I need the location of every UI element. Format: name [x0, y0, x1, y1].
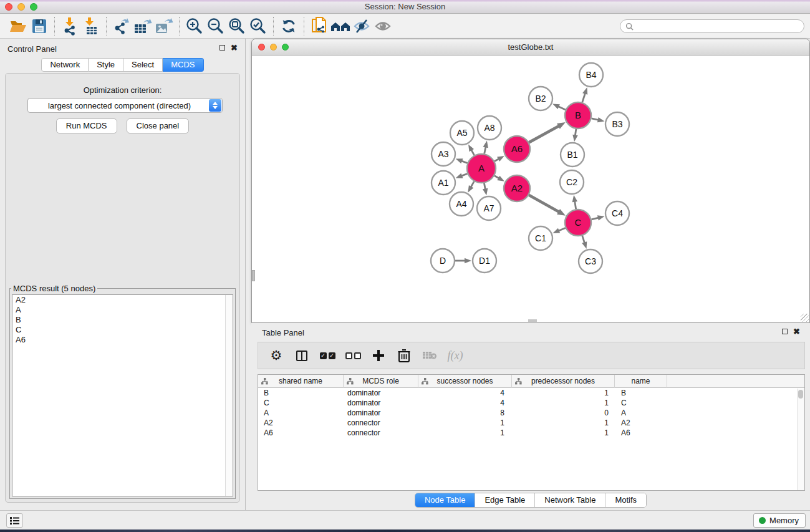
search-input[interactable] — [637, 22, 799, 31]
graph-node-C2[interactable]: C2 — [560, 170, 584, 194]
show-graphics-button[interactable] — [372, 16, 393, 36]
graph-node-A3[interactable]: A3 — [432, 142, 455, 166]
tab-motifs[interactable]: Motifs — [605, 493, 646, 507]
import-table-button[interactable] — [80, 16, 102, 36]
export-table-button[interactable] — [132, 16, 153, 36]
deselect-all-button[interactable] — [345, 347, 361, 364]
export-network-button[interactable] — [111, 16, 132, 36]
canvas-hscroll-thumb[interactable] — [528, 319, 537, 322]
show-columns-button[interactable] — [294, 347, 310, 364]
column-header-successor-nodes[interactable]: successor nodes — [418, 375, 512, 388]
graph-edge-B-B4[interactable] — [582, 93, 586, 103]
save-session-button[interactable] — [29, 16, 50, 36]
graph-node-B3[interactable]: B3 — [605, 112, 629, 136]
graph-node-B[interactable]: B — [565, 102, 591, 128]
table-row[interactable]: Bdominator41B — [258, 388, 804, 398]
close-panel-button[interactable]: Close panel — [127, 118, 190, 133]
column-header-shared-name[interactable]: shared name — [258, 375, 344, 388]
window-resize-grip[interactable] — [801, 314, 809, 322]
graph-node-C[interactable]: C — [565, 210, 591, 236]
table-row[interactable]: Cdominator41C — [258, 398, 804, 408]
mcds-result-list[interactable]: A2ABCA6 — [12, 294, 233, 496]
graph-edge-arrowhead — [497, 156, 504, 162]
column-header-predecessor-nodes[interactable]: predecessor nodes — [512, 375, 615, 388]
float-panel-icon[interactable] — [219, 45, 225, 51]
table-scrollbar-track[interactable] — [797, 389, 804, 490]
close-table-panel-icon[interactable]: ✖ — [793, 328, 800, 335]
graph-node-A6[interactable]: A6 — [504, 136, 530, 162]
list-item[interactable]: A6 — [12, 335, 233, 345]
refresh-button[interactable] — [278, 16, 299, 36]
graph-node-A4[interactable]: A4 — [450, 192, 473, 216]
delete-column-button[interactable] — [396, 347, 412, 364]
tab-node-table[interactable]: Node Table — [415, 493, 475, 507]
task-history-button[interactable] — [6, 513, 23, 528]
delete-table-icon — [422, 351, 437, 360]
graph-node-A8[interactable]: A8 — [478, 116, 501, 140]
delete-table-button[interactable] — [422, 347, 438, 364]
list-item[interactable]: B — [12, 315, 233, 325]
table-scrollbar-thumb[interactable] — [798, 390, 803, 399]
hide-graphics-button[interactable] — [351, 16, 372, 36]
graph-node-A[interactable]: A — [467, 154, 496, 183]
import-network-button[interactable] — [59, 16, 80, 36]
network-canvas[interactable]: B4B2BB3A5A8A6A3B1AA1A2C2A4A7CC4C1C3DD1 — [253, 56, 809, 322]
close-panel-icon[interactable]: ✖ — [231, 44, 238, 51]
memory-button[interactable]: Memory — [753, 513, 806, 528]
graph-node-B1[interactable]: B1 — [561, 143, 584, 167]
zoom-selected-button[interactable] — [248, 16, 269, 36]
list-item[interactable]: A — [12, 305, 233, 315]
graph-node-C1[interactable]: C1 — [529, 226, 552, 250]
graph-node-D[interactable]: D — [431, 249, 455, 273]
graph-edge-B-B2[interactable] — [557, 106, 566, 110]
graph-node-D1[interactable]: D1 — [473, 249, 496, 273]
graph-edge-arrowhead — [468, 144, 474, 152]
export-image-button[interactable] — [153, 16, 175, 36]
tab-network-table[interactable]: Network Table — [534, 493, 605, 507]
table-options-button[interactable]: ⚙ — [268, 347, 284, 364]
tab-edge-table[interactable]: Edge Table — [475, 493, 534, 507]
table-row[interactable]: A6connector11A6 — [258, 428, 804, 438]
tab-select[interactable]: Select — [123, 58, 163, 72]
tab-network[interactable]: Network — [41, 58, 89, 72]
graph-edge-C-C2[interactable] — [575, 201, 576, 210]
cybrowser-button[interactable] — [330, 16, 351, 36]
table-tabs-row: Node TableEdge TableNetwork TableMotifs — [251, 493, 810, 508]
graph-node-A5[interactable]: A5 — [450, 121, 474, 145]
list-item[interactable]: A2 — [12, 295, 233, 305]
graph-node-B2[interactable]: B2 — [529, 87, 552, 110]
node-table[interactable]: shared nameMCDS rolesuccessor nodesprede… — [258, 374, 805, 491]
add-column-button[interactable] — [370, 347, 387, 364]
graph-edge-A2-C[interactable] — [529, 195, 559, 213]
import-network-icon — [60, 17, 79, 36]
select-all-button[interactable]: ✓✓ — [319, 347, 335, 364]
graph-node-C4[interactable]: C4 — [605, 201, 629, 225]
zoom-out-button[interactable] — [205, 16, 226, 36]
graph-node-C3[interactable]: C3 — [579, 249, 602, 273]
optimization-criterion-select[interactable]: largest connected component (directed) — [27, 98, 223, 113]
function-builder-button[interactable]: f(x) — [447, 347, 463, 364]
zoom-fit-button[interactable] — [226, 16, 248, 36]
open-file-button[interactable] — [7, 16, 29, 36]
list-item[interactable]: C — [12, 325, 233, 335]
canvas-vscroll-thumb[interactable] — [252, 270, 255, 281]
graph-edge-A6-B[interactable] — [529, 125, 559, 142]
column-header-name[interactable]: name — [615, 375, 667, 388]
result-scrollbar[interactable] — [225, 295, 233, 496]
graph-node-label: A4 — [456, 199, 466, 209]
graph-node-A7[interactable]: A7 — [477, 196, 501, 220]
column-header-mcds-role[interactable]: MCDS role — [344, 375, 418, 388]
clone-network-button[interactable] — [309, 16, 330, 36]
graph-node-A2[interactable]: A2 — [504, 175, 530, 201]
graph-node-B4[interactable]: B4 — [579, 63, 603, 87]
table-cell: C — [258, 398, 344, 408]
float-table-panel-icon[interactable] — [782, 329, 788, 334]
graph-node-A1[interactable]: A1 — [432, 171, 455, 195]
tab-mcds[interactable]: MCDS — [163, 58, 203, 72]
search-field[interactable] — [620, 19, 804, 33]
table-row[interactable]: A2connector11A2 — [258, 418, 804, 428]
table-row[interactable]: Adominator80A — [258, 408, 804, 418]
tab-style[interactable]: Style — [89, 58, 123, 72]
run-mcds-button[interactable]: Run MCDS — [56, 118, 117, 133]
zoom-in-button[interactable] — [184, 16, 205, 36]
